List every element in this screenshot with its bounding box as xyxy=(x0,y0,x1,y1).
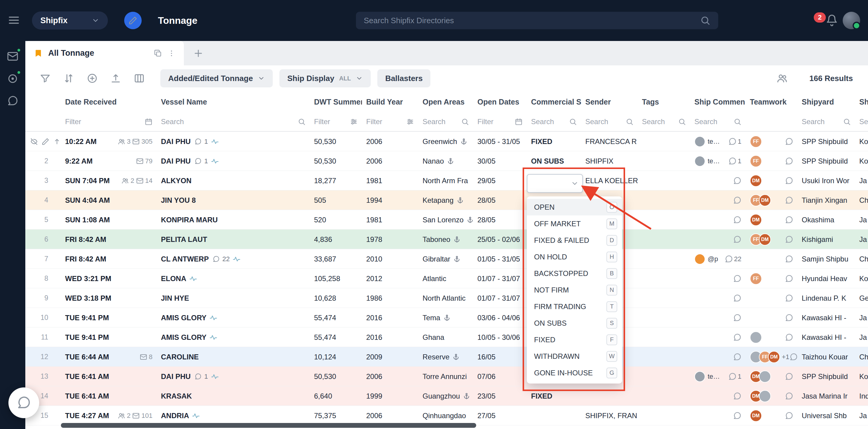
user-avatar[interactable]: DM xyxy=(750,410,762,422)
team-comment-icon[interactable] xyxy=(789,353,798,361)
status-option[interactable]: NOT FIRMN xyxy=(527,282,622,298)
status-option[interactable]: GONE IN-HOUSEG xyxy=(527,365,622,381)
table-row[interactable]: 29:22 AM79DAI PHU150,5302006Nanao30/05ON… xyxy=(25,151,868,171)
status-option[interactable]: BACKSTOPPEDB xyxy=(527,265,622,282)
column-filter[interactable]: Filter xyxy=(61,118,157,126)
add-comment-icon[interactable] xyxy=(733,411,741,420)
column-filter[interactable]: Search xyxy=(798,118,855,126)
team-comment-icon[interactable] xyxy=(785,411,793,420)
status-option[interactable]: FIXED & FAILEDD xyxy=(527,232,622,249)
column-header[interactable]: Open Areas xyxy=(418,98,473,106)
tab-options-icon[interactable] xyxy=(167,50,176,57)
column-filter[interactable]: Search xyxy=(527,118,581,126)
team-comment-icon[interactable] xyxy=(785,294,793,302)
menu-button[interactable] xyxy=(7,13,21,28)
activity-icon[interactable] xyxy=(233,255,241,263)
add-comment-icon[interactable] xyxy=(728,157,737,165)
status-option[interactable]: WITHDRAWNW xyxy=(527,348,622,365)
user-avatar[interactable]: DM xyxy=(768,351,780,363)
add-comment-icon[interactable] xyxy=(728,372,737,381)
activity-icon[interactable] xyxy=(210,314,217,322)
add-comment-icon[interactable] xyxy=(733,333,741,342)
sidebar-item-tonnage[interactable] xyxy=(5,71,20,86)
add-comment-icon[interactable] xyxy=(728,137,737,146)
column-header[interactable]: Sh xyxy=(855,98,868,106)
table-row[interactable]: 5SUN 1:08 AMKONPIRA MARU5201981San Loren… xyxy=(25,210,868,230)
tab-all-tonnage[interactable]: All Tonnage xyxy=(25,41,184,65)
activity-icon[interactable] xyxy=(211,157,219,165)
add-comment-icon[interactable] xyxy=(733,216,741,224)
table-row[interactable]: 10:22 AM3305DAI PHU150,5302006Greenwich3… xyxy=(25,132,868,151)
ballasters-button[interactable]: Ballasters xyxy=(377,69,430,87)
ship-display-dropdown[interactable]: Ship Display ALL xyxy=(279,69,371,87)
table-row[interactable]: 14TUE 6:41 AMKRASAK6,6401999Guangzhou23/… xyxy=(25,386,868,406)
user-avatar[interactable] xyxy=(750,331,762,343)
status-option[interactable]: OFF MARKETM xyxy=(527,216,622,232)
table-row[interactable]: 3SUN 7:04 PM214ALKYON18,2771981North Arm… xyxy=(25,171,868,190)
table-row[interactable]: 13TUE 6:41 AMDAI PHU150,5302006Torre Ann… xyxy=(25,367,868,386)
support-chat-launcher[interactable] xyxy=(8,388,39,418)
column-filter[interactable]: Se xyxy=(855,118,868,126)
add-record-button[interactable] xyxy=(83,69,101,88)
activity-icon[interactable] xyxy=(210,333,217,341)
column-header[interactable]: Tags xyxy=(638,98,690,106)
column-filter[interactable]: Filter xyxy=(310,118,362,126)
table-row[interactable]: 4SUN 4:04 AMJIN YOU 85051994Ketapang28/0… xyxy=(25,190,868,210)
column-header[interactable]: Ship Commen xyxy=(690,98,746,106)
added-edited-tonnage-dropdown[interactable]: Added/Edited Tonnage xyxy=(160,69,273,87)
comment-bubble-icon[interactable] xyxy=(194,138,202,145)
table-row[interactable]: 8WED 3:21 PMELONA105,2582012Atlantic01/0… xyxy=(25,269,868,288)
search-input[interactable] xyxy=(364,16,700,25)
activity-icon[interactable] xyxy=(211,373,219,381)
status-option[interactable]: FIRM TRADINGT xyxy=(527,298,622,315)
add-comment-icon[interactable] xyxy=(733,314,741,322)
share-view-button[interactable] xyxy=(773,69,791,88)
add-comment-icon[interactable] xyxy=(733,353,741,361)
team-comment-icon[interactable] xyxy=(785,333,793,342)
add-tab-button[interactable] xyxy=(184,41,213,65)
status-option[interactable]: ON HOLDH xyxy=(527,249,622,265)
column-header[interactable]: Teamwork xyxy=(746,98,798,106)
column-filter[interactable]: Search xyxy=(418,118,473,126)
comment-bubble-icon[interactable] xyxy=(194,373,202,380)
column-filter[interactable]: Filter xyxy=(362,118,418,126)
team-comment-icon[interactable] xyxy=(785,196,793,204)
team-comment-icon[interactable] xyxy=(785,392,793,400)
team-comment-icon[interactable] xyxy=(785,235,793,244)
user-avatar[interactable]: FF xyxy=(750,136,762,147)
column-filter[interactable]: Search xyxy=(581,118,638,126)
status-option[interactable]: OPENO xyxy=(527,199,622,216)
column-header[interactable]: Vessel Name xyxy=(157,98,310,106)
status-editor-input[interactable] xyxy=(527,174,583,193)
move-up-icon[interactable] xyxy=(53,138,61,145)
comment-bubble-icon[interactable] xyxy=(194,158,202,165)
column-filter[interactable]: Search xyxy=(690,118,746,126)
activity-icon[interactable] xyxy=(192,412,200,420)
team-comment-icon[interactable] xyxy=(785,137,793,146)
status-option[interactable]: ON SUBSS xyxy=(527,315,622,331)
user-avatar[interactable]: DM xyxy=(759,194,771,206)
notifications-button[interactable] xyxy=(826,14,838,27)
add-comment-icon[interactable] xyxy=(733,392,741,400)
sidebar-item-chat[interactable] xyxy=(5,93,20,108)
user-avatar[interactable]: FF xyxy=(750,273,762,285)
table-row[interactable]: 7FRI 8:42 AMCL ANTWERP2233,6872010Gibral… xyxy=(25,249,868,269)
status-option[interactable]: FIXEDF xyxy=(527,331,622,348)
table-row[interactable]: 15TUE 4:27 AM2101ANDRIA75,3752006Qinhuan… xyxy=(25,406,868,425)
global-search[interactable] xyxy=(356,12,718,29)
add-comment-icon[interactable] xyxy=(733,294,741,302)
add-comment-icon[interactable] xyxy=(733,235,741,244)
filter-button[interactable] xyxy=(36,69,54,88)
columns-button[interactable] xyxy=(130,69,148,88)
user-avatar[interactable]: DM xyxy=(750,175,762,187)
column-header[interactable]: Sender xyxy=(581,98,638,106)
team-comment-icon[interactable] xyxy=(785,372,793,381)
comment-bubble-icon[interactable] xyxy=(213,256,220,263)
commercial-status-cell[interactable]: FIXED xyxy=(527,132,581,151)
sort-button[interactable] xyxy=(60,69,78,88)
team-comment-icon[interactable] xyxy=(785,176,793,185)
column-filter[interactable]: Search xyxy=(638,118,690,126)
team-comment-icon[interactable] xyxy=(785,255,793,263)
commercial-status-cell[interactable]: ON SUBS xyxy=(527,151,581,171)
user-avatar[interactable] xyxy=(759,370,771,383)
